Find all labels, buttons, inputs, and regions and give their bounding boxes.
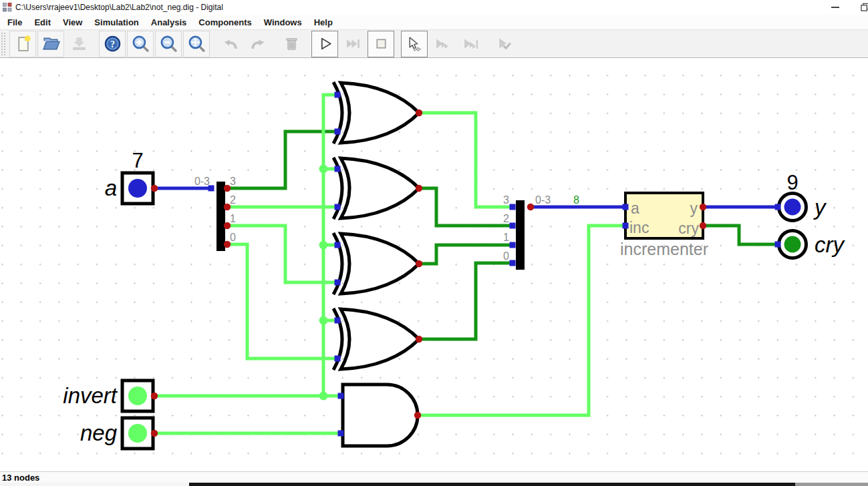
input-pin-dot: [335, 356, 341, 362]
incrementer-pin-cry-label: cry: [678, 220, 699, 237]
output-pin-dot: [416, 260, 422, 267]
output-y-label: y: [813, 195, 827, 220]
output-pin-dot: [151, 393, 158, 399]
undo-button: [216, 31, 243, 57]
xor-gate-bit3[interactable]: [341, 83, 419, 143]
help-icon: ?: [104, 35, 122, 53]
and-gate[interactable]: [343, 385, 418, 446]
toolbar-separator: [272, 31, 277, 57]
app-icon: [3, 3, 12, 12]
status-bar: 13 nodes: [0, 471, 868, 483]
zoom-out-button[interactable]: [155, 31, 182, 57]
pin-number-label: 2: [230, 194, 236, 206]
zoom-in-icon: [132, 35, 150, 53]
wire-high: [419, 113, 513, 207]
xor-gate-bit2[interactable]: [341, 158, 419, 218]
stop-simulation-icon: [372, 35, 390, 53]
node-count-text: 13 nodes: [0, 473, 39, 483]
pin-number-label: 2: [503, 213, 509, 224]
save-icon: [70, 35, 88, 53]
menu-file[interactable]: File: [1, 16, 28, 29]
pin-number-label: 0: [503, 250, 509, 262]
run-to-break-icon: [344, 35, 362, 53]
save-file-button: [65, 31, 92, 57]
merger-0-3[interactable]: [516, 200, 525, 270]
new-file-button[interactable]: [9, 31, 36, 57]
run-to-break-micro-button: [457, 31, 484, 57]
output-pin-dot: [414, 412, 421, 419]
new-file-icon: [14, 35, 32, 53]
input-neg-state-dot: [128, 424, 147, 443]
delete-icon: [283, 35, 301, 53]
toolbar: ?: [0, 29, 868, 58]
restore-button-icon[interactable]: [861, 3, 868, 12]
title-bar: C:\Users\rrajeev1\Desktop\Lab2\Lab2\not_…: [0, 0, 868, 15]
output-pin-dot: [151, 430, 158, 437]
run-to-break-button: [339, 31, 366, 57]
pin-number-label: 0-3: [194, 176, 210, 187]
run-tests-button: [490, 31, 517, 57]
input-pin-dot: [335, 129, 341, 135]
input-pin-dot: [775, 204, 781, 210]
input-pin-dot: [335, 166, 341, 172]
pin-number-label: 3: [503, 194, 509, 206]
input-neg-label: neg: [80, 421, 118, 445]
menu-windows[interactable]: Windows: [258, 16, 308, 29]
input-pin-dot: [335, 242, 341, 248]
stop-simulation-button[interactable]: [368, 31, 394, 57]
toolbar-separator: [305, 31, 311, 57]
pin-number-label: 3: [230, 176, 236, 187]
input-pin-dot: [623, 223, 629, 229]
menu-analysis[interactable]: Analysis: [145, 16, 192, 29]
incrementer-pin-inc-label: inc: [629, 219, 649, 236]
open-file-button[interactable]: [37, 31, 64, 57]
toolbar-separator: [395, 31, 400, 57]
menu-bar: FileEditViewSimulationAnalysisComponents…: [0, 15, 868, 29]
bottom-edge-dark: [189, 483, 795, 486]
output-cry-state-dot: [784, 236, 801, 253]
start-simulation-button[interactable]: [311, 31, 338, 57]
wire-junction-dot: [319, 241, 328, 250]
input-a-state-dot: [128, 179, 147, 198]
incrementer-caption: incrementer: [620, 240, 708, 258]
input-pin-dot: [335, 280, 341, 286]
wire-low: [419, 263, 513, 339]
output-pin-dot: [416, 336, 422, 342]
zoom-in-button[interactable]: [127, 31, 154, 57]
pin-number-label: 0-3: [535, 194, 551, 206]
output-pin-dot: [700, 222, 706, 229]
input-pin-dot: [338, 431, 344, 437]
menu-edit[interactable]: Edit: [28, 16, 57, 29]
menu-components[interactable]: Components: [192, 16, 257, 29]
menu-view[interactable]: View: [57, 16, 88, 29]
start-simulation-icon: [316, 35, 334, 53]
input-invert-state-dot: [128, 387, 147, 405]
wire-junction-dot: [319, 392, 328, 401]
help-button[interactable]: ?: [99, 31, 126, 57]
toolbar-separator: [210, 31, 216, 57]
output-y-value: 9: [786, 171, 798, 194]
pin-number-label: 1: [230, 213, 236, 224]
toolbar-grip[interactable]: [1, 32, 7, 56]
circuit-canvas[interactable]: aincycryincrementera7invertnegy9cry0-332…: [0, 58, 868, 471]
gate-step-button[interactable]: [401, 31, 428, 57]
pin-number-label: 0: [230, 232, 236, 243]
wire-low: [419, 245, 513, 264]
input-pin-dot: [510, 260, 516, 266]
redo-icon: [249, 35, 267, 53]
menu-help[interactable]: Help: [308, 16, 339, 29]
run-to-break-micro-icon: [462, 35, 480, 53]
minimize-button-icon[interactable]: [831, 7, 839, 8]
xor-gate-bit1[interactable]: [341, 234, 419, 294]
xor-gate-bit0[interactable]: [341, 309, 419, 369]
splitter-0-3[interactable]: [216, 182, 225, 251]
wire-low: [227, 132, 337, 188]
menu-simulation[interactable]: Simulation: [88, 16, 144, 29]
zoom-fit-button[interactable]: [183, 31, 210, 57]
incrementer-pin-a-label: a: [631, 200, 639, 217]
output-pin-dot: [527, 204, 534, 210]
window-title: C:\Users\rrajeev1\Desktop\Lab2\Lab2\not_…: [15, 3, 223, 12]
incrementer-pin-y-label: y: [690, 200, 698, 217]
input-pin-dot: [338, 393, 344, 399]
zoom-out-icon: [160, 35, 178, 53]
